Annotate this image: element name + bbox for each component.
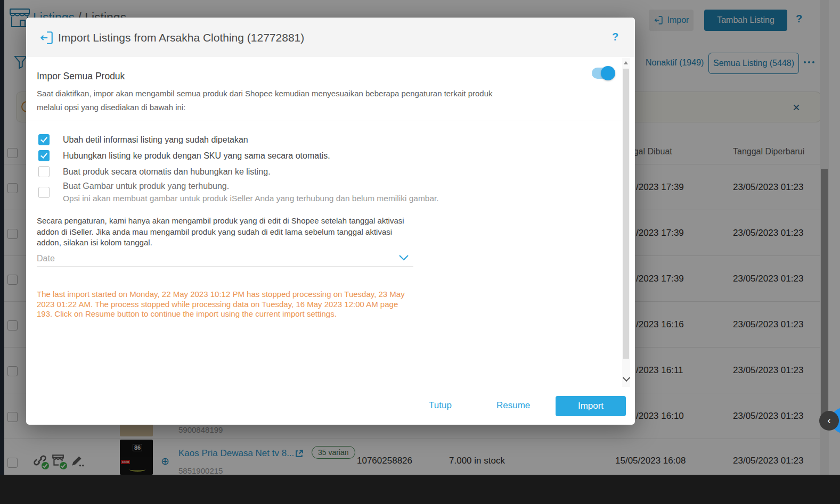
option-label: Buat produk secara otomatis dan hubungka… <box>63 167 271 177</box>
option-description: Opsi ini akan membuat gambar untuk produ… <box>63 194 439 203</box>
modal-scrollbar[interactable] <box>622 58 630 387</box>
import-button[interactable]: Import <box>556 396 626 416</box>
screen: Listings / Listings Impor Tambah Listing… <box>0 0 840 504</box>
import-all-description: Saat diaktifkan, impor akan mengambil se… <box>37 87 519 114</box>
chevron-down-icon[interactable] <box>399 255 409 261</box>
import-all-label: Impor Semua Produk <box>37 71 125 82</box>
taskbar: Search <box>0 475 840 504</box>
import-all-toggle[interactable] <box>592 68 613 79</box>
option-checkbox-link-by-sku[interactable] <box>38 150 50 161</box>
modal-title: Import Listings from Arsakha Clothing (1… <box>58 31 304 44</box>
option-label: Ubah detil informasi listing yang sudah … <box>63 135 248 145</box>
modal-scrollbar-thumb[interactable] <box>623 69 629 359</box>
scroll-up-arrow-icon[interactable] <box>624 61 628 64</box>
modal-help-button[interactable]: ? <box>612 31 618 43</box>
option-label: Hubungkan listing ke produk dengan SKU y… <box>63 151 330 161</box>
option-checkbox-create-images[interactable] <box>38 187 50 198</box>
date-field[interactable] <box>37 251 413 267</box>
scroll-down-arrow-icon[interactable] <box>623 374 630 382</box>
date-note: Secara pengaturan, kami hanya akan menga… <box>37 216 410 249</box>
last-import-warning: The last import started on Monday, 22 Ma… <box>37 290 412 319</box>
import-button-label: Import <box>578 401 604 411</box>
option-checkbox-create-products[interactable] <box>38 166 50 177</box>
collapse-widget-button[interactable]: ‹ <box>819 411 839 431</box>
date-field-underline <box>37 266 413 267</box>
option-checkbox-update-mapped[interactable] <box>38 134 50 145</box>
tutup-button[interactable]: Tutup <box>429 400 452 411</box>
divider <box>26 120 622 120</box>
resume-button[interactable]: Resume <box>496 400 530 411</box>
import-listings-modal: Import Listings from Arsakha Clothing (1… <box>26 18 635 425</box>
option-label: Buat Gambar untuk produk yang terhubung. <box>63 181 229 191</box>
toggle-knob <box>601 66 615 80</box>
import-icon <box>39 30 54 45</box>
